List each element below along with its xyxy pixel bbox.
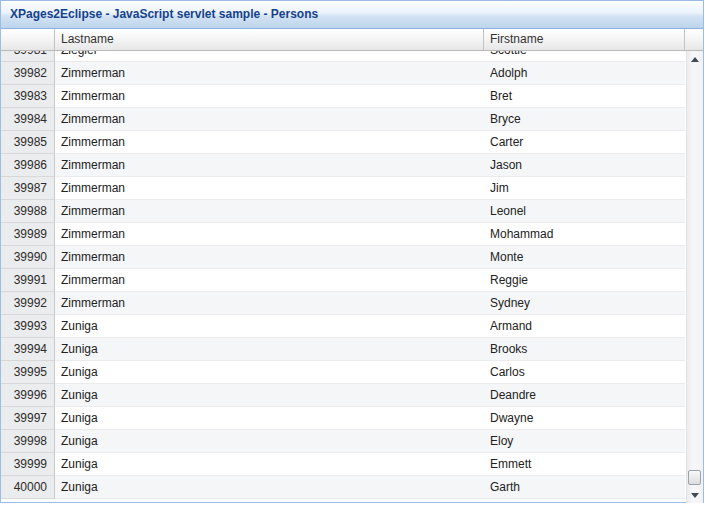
firstname-cell: Bret <box>484 85 685 108</box>
firstname-cell: Carlos <box>484 361 685 384</box>
row-number-cell: 39992 <box>1 292 55 315</box>
table-row[interactable]: 39986ZimmermanJason <box>1 154 685 177</box>
firstname-cell: Garth <box>484 476 685 499</box>
lastname-cell: Zuniga <box>55 338 484 361</box>
row-number-cell: 39995 <box>1 361 55 384</box>
grid-header-row: Lastname Firstname <box>1 29 703 51</box>
firstname-cell: Jim <box>484 177 685 200</box>
table-row[interactable]: 39981ZieglerScottie <box>1 51 685 62</box>
row-number-cell: 39982 <box>1 62 55 85</box>
row-number-cell: 39990 <box>1 246 55 269</box>
lastname-cell: Zimmerman <box>55 223 484 246</box>
firstname-cell: Armand <box>484 315 685 338</box>
row-number-cell: 39983 <box>1 85 55 108</box>
lastname-cell: Zimmerman <box>55 154 484 177</box>
lastname-cell: Zimmerman <box>55 131 484 154</box>
scroll-up-button[interactable] <box>687 51 703 67</box>
row-number-cell: 39991 <box>1 269 55 292</box>
firstname-cell: Reggie <box>484 269 685 292</box>
table-row[interactable]: 39999ZunigaEmmett <box>1 453 685 476</box>
table-row[interactable]: 39990ZimmermanMonte <box>1 246 685 269</box>
firstname-cell: Monte <box>484 246 685 269</box>
table-row[interactable]: 39995ZunigaCarlos <box>1 361 685 384</box>
scroll-up-icon <box>691 57 699 62</box>
firstname-cell: Leonel <box>484 200 685 223</box>
lastname-cell: Zimmerman <box>55 85 484 108</box>
row-number-cell: 39996 <box>1 384 55 407</box>
lastname-cell: Zimmerman <box>55 62 484 85</box>
row-number-cell: 39997 <box>1 407 55 430</box>
firstname-cell: Carter <box>484 131 685 154</box>
lastname-cell: Zuniga <box>55 430 484 453</box>
lastname-cell: Zimmerman <box>55 200 484 223</box>
table-row[interactable]: 39989ZimmermanMohammad <box>1 223 685 246</box>
firstname-cell: Dwayne <box>484 407 685 430</box>
scrollbar-thumb[interactable] <box>688 470 701 485</box>
firstname-cell: Bryce <box>484 108 685 131</box>
firstname-cell: Mohammad <box>484 223 685 246</box>
page-title: XPages2Eclipse - JavaScript servlet samp… <box>10 7 318 21</box>
firstname-cell: Adolph <box>484 62 685 85</box>
table-row[interactable]: 39985ZimmermanCarter <box>1 131 685 154</box>
lastname-cell: Zimmerman <box>55 177 484 200</box>
row-number-cell: 39985 <box>1 131 55 154</box>
firstname-cell: Eloy <box>484 430 685 453</box>
row-number-cell: 39986 <box>1 154 55 177</box>
lastname-cell: Zimmerman <box>55 292 484 315</box>
table-row[interactable]: 39982ZimmermanAdolph <box>1 62 685 85</box>
table-row[interactable]: 39983ZimmermanBret <box>1 85 685 108</box>
lastname-cell: Zuniga <box>55 453 484 476</box>
lastname-cell: Zimmerman <box>55 246 484 269</box>
table-row[interactable]: 39993ZunigaArmand <box>1 315 685 338</box>
row-number-cell: 39994 <box>1 338 55 361</box>
header-lastname[interactable]: Lastname <box>55 29 484 50</box>
row-number-cell: 39987 <box>1 177 55 200</box>
firstname-cell: Brooks <box>484 338 685 361</box>
window-title-bar[interactable]: XPages2Eclipse - JavaScript servlet samp… <box>1 1 703 29</box>
lastname-cell: Zuniga <box>55 476 484 499</box>
table-row[interactable]: 39997ZunigaDwayne <box>1 407 685 430</box>
grid-body: 39981ZieglerScottie39982ZimmermanAdolph3… <box>1 51 703 503</box>
table-row[interactable]: 40000ZunigaGarth <box>1 476 685 499</box>
firstname-cell: Deandre <box>484 384 685 407</box>
lastname-cell: Ziegler <box>55 51 484 62</box>
lastname-cell: Zuniga <box>55 315 484 338</box>
lastname-cell: Zuniga <box>55 384 484 407</box>
table-row[interactable]: 39992ZimmermanSydney <box>1 292 685 315</box>
header-firstname[interactable]: Firstname <box>484 29 685 50</box>
scroll-down-button[interactable] <box>687 487 703 503</box>
table-row[interactable]: 39994ZunigaBrooks <box>1 338 685 361</box>
lastname-cell: Zuniga <box>55 407 484 430</box>
table-row[interactable]: 39984ZimmermanBryce <box>1 108 685 131</box>
row-number-cell: 39993 <box>1 315 55 338</box>
grid-rows: 39981ZieglerScottie39982ZimmermanAdolph3… <box>1 51 685 499</box>
header-scrollbar-stub <box>685 29 702 50</box>
row-number-cell: 39988 <box>1 200 55 223</box>
table-row[interactable]: 39991ZimmermanReggie <box>1 269 685 292</box>
firstname-cell: Scottie <box>484 51 685 62</box>
row-number-cell: 39999 <box>1 453 55 476</box>
firstname-cell: Jason <box>484 154 685 177</box>
table-row[interactable]: 39987ZimmermanJim <box>1 177 685 200</box>
row-number-cell: 40000 <box>1 476 55 499</box>
firstname-cell: Sydney <box>484 292 685 315</box>
row-number-cell: 39984 <box>1 108 55 131</box>
scroll-down-icon <box>691 493 699 498</box>
row-number-cell: 39981 <box>1 51 55 62</box>
header-row-number <box>1 29 55 50</box>
row-number-cell: 39989 <box>1 223 55 246</box>
vertical-scrollbar[interactable] <box>686 51 703 503</box>
table-row[interactable]: 39988ZimmermanLeonel <box>1 200 685 223</box>
row-number-cell: 39998 <box>1 430 55 453</box>
table-row[interactable]: 39998ZunigaEloy <box>1 430 685 453</box>
table-row[interactable]: 39996ZunigaDeandre <box>1 384 685 407</box>
lastname-cell: Zimmerman <box>55 108 484 131</box>
persons-grid-window: XPages2Eclipse - JavaScript servlet samp… <box>0 0 704 503</box>
firstname-cell: Emmett <box>484 453 685 476</box>
lastname-cell: Zuniga <box>55 361 484 384</box>
lastname-cell: Zimmerman <box>55 269 484 292</box>
